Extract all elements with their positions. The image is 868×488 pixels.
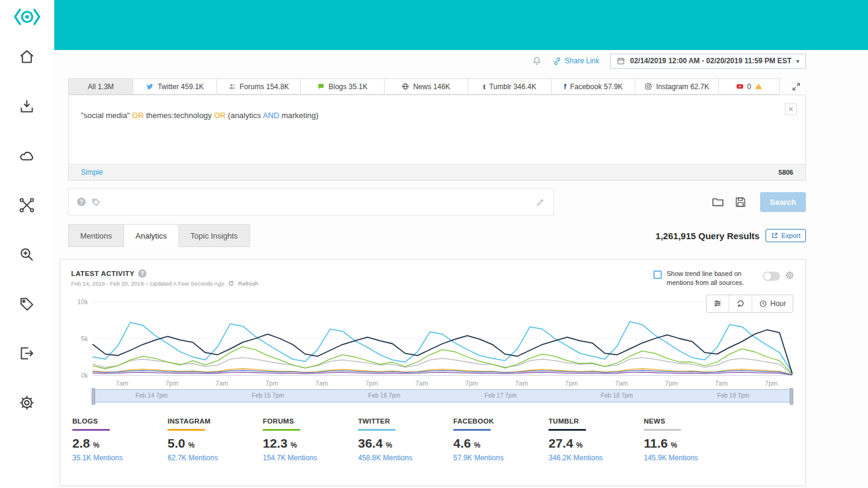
sidebar-item-downloads[interactable] xyxy=(18,97,36,115)
app: Share Link 02/14/2019 12:00 AM - 02/20/2… xyxy=(0,0,868,488)
gear-icon xyxy=(19,395,35,411)
save-icon[interactable] xyxy=(734,196,747,208)
stat-mentions-link[interactable]: 346.2K Mentions xyxy=(549,454,644,462)
sidebar-item-export[interactable] xyxy=(18,344,36,362)
clock-icon xyxy=(759,299,767,308)
calendar-icon xyxy=(617,57,625,65)
share-link[interactable]: Share Link xyxy=(553,57,599,66)
panel-title-block: LATEST ACTIVITY ? Feb 14, 2019 - Feb 20,… xyxy=(71,269,258,287)
cloud-icon xyxy=(19,148,35,164)
close-icon[interactable]: × xyxy=(785,103,797,115)
export-button[interactable]: Export xyxy=(766,229,806,242)
query-editor[interactable]: "social media" OR themes:technology OR (… xyxy=(69,95,805,164)
query-token: (analytics xyxy=(225,111,262,120)
stat-percent: 11.6% xyxy=(644,436,739,451)
results-tabs-row: Mentions Analytics Topic Insights 1,261,… xyxy=(68,224,806,247)
percent-sign: % xyxy=(93,441,99,449)
source-tab-forums[interactable]: Forums 154.8K xyxy=(217,79,301,94)
timeline-brush[interactable]: Feb 14 7pmFeb 15 7pmFeb 16 7pmFeb 17 7pm… xyxy=(93,389,792,402)
query-token: themes:technology xyxy=(144,111,214,120)
chart-filter-sliders-icon[interactable] xyxy=(706,295,729,312)
trend-line-checkbox[interactable] xyxy=(653,271,662,279)
query-mode-toggle[interactable]: Simple xyxy=(81,168,103,177)
refresh-icon[interactable] xyxy=(228,280,234,287)
youtube-icon xyxy=(736,83,744,90)
notifications-bell-icon[interactable] xyxy=(532,56,542,66)
help-icon[interactable]: ? xyxy=(77,198,86,206)
tab-topic-insights[interactable]: Topic Insights xyxy=(178,224,250,247)
brush-label: Feb 15 7pm xyxy=(252,392,284,399)
source-tab-news[interactable]: News 146K xyxy=(385,79,468,94)
brush-handle-right[interactable] xyxy=(790,388,793,405)
series-blogs xyxy=(93,372,792,375)
tab-mentions[interactable]: Mentions xyxy=(68,224,124,247)
export-button-label: Export xyxy=(781,232,800,239)
stat-name: NEWS xyxy=(644,418,739,425)
query-token: OR xyxy=(132,111,144,120)
source-tab-blogs[interactable]: Blogs 35.1K xyxy=(301,79,385,94)
source-tab-tumblr[interactable]: t Tumblr 346.4K xyxy=(468,79,552,94)
source-tab-all[interactable]: All 1.3M xyxy=(69,79,133,94)
saved-search-box[interactable]: ? xyxy=(68,188,554,216)
stat-card-instagram: INSTAGRAM 5.0% 62.7K Mentions xyxy=(168,418,263,462)
help-icon[interactable]: ? xyxy=(138,269,146,278)
source-stats-row: BLOGS 2.8% 35.1K Mentions INSTAGRAM 5.0%… xyxy=(71,418,794,462)
source-tab-facebook[interactable]: f Facebook 57.9K xyxy=(552,79,635,94)
panel-options: Show trend line based on mentions from a… xyxy=(653,269,794,287)
source-filter-row: All 1.3M Twitter 459.1K Forums 154.8K Bl… xyxy=(68,78,806,95)
y-axis-tick: 0k xyxy=(81,372,88,379)
date-range-picker[interactable]: 02/14/2019 12:00 AM - 02/20/2019 11:59 P… xyxy=(610,54,806,69)
stat-percent: 2.8% xyxy=(72,436,168,451)
stat-mentions-link[interactable]: 458.8K Mentions xyxy=(358,454,453,462)
stat-card-blogs: BLOGS 2.8% 35.1K Mentions xyxy=(72,418,168,462)
sidebar-item-search[interactable] xyxy=(18,245,36,263)
brush-label: Feb 17 7pm xyxy=(485,392,517,399)
panel-toggle-switch[interactable] xyxy=(763,272,780,281)
sidebar-item-home[interactable] xyxy=(18,48,36,66)
source-tabs: All 1.3M Twitter 459.1K Forums 154.8K Bl… xyxy=(68,78,780,95)
brush-handle-left[interactable] xyxy=(92,388,95,405)
tag-icon[interactable] xyxy=(92,198,101,207)
results-summary: 1,261,915 Query Results Export xyxy=(656,229,806,242)
tab-analytics[interactable]: Analytics xyxy=(124,224,179,247)
source-tab-instagram[interactable]: Instagram 62.7K xyxy=(635,79,719,94)
stat-mentions-link[interactable]: 62.7K Mentions xyxy=(168,454,263,462)
stat-color-bar xyxy=(263,429,300,431)
stat-percent: 27.4% xyxy=(549,436,644,451)
edit-pencil-icon[interactable] xyxy=(536,198,545,207)
export-icon xyxy=(19,345,35,361)
chart-interval-button[interactable]: Hour xyxy=(752,295,793,312)
chart-history-undo-icon[interactable] xyxy=(729,295,752,312)
stat-mentions-link[interactable]: 145.9K Mentions xyxy=(644,454,739,462)
sidebar-item-connections[interactable] xyxy=(18,196,36,214)
link-icon xyxy=(553,57,562,66)
twitter-icon xyxy=(146,83,154,90)
source-tab-twitter[interactable]: Twitter 459.1K xyxy=(133,79,217,94)
query-token: OR xyxy=(214,111,226,120)
percent-sign: % xyxy=(474,441,480,449)
collapse-expand-icon[interactable] xyxy=(791,82,801,92)
series-tumblr xyxy=(93,330,792,373)
brush-label: Feb 18 7pm xyxy=(601,392,633,399)
x-axis-tick: 7pm xyxy=(665,380,678,387)
sidebar-item-tags[interactable] xyxy=(18,295,36,313)
sidebar-item-settings[interactable] xyxy=(18,393,36,411)
stat-mentions-link[interactable]: 154.7K Mentions xyxy=(263,454,358,462)
activity-line-chart: 10k5k0k7am7pm7am7pm7am7pm7am7pm7am7pm7am… xyxy=(71,296,794,387)
x-axis-tick: 7am xyxy=(615,380,627,387)
stat-mentions-link[interactable]: 35.1K Mentions xyxy=(72,454,168,462)
x-axis-tick: 7am xyxy=(715,380,728,387)
search-button[interactable]: Search xyxy=(760,192,806,212)
x-axis-tick: 7am xyxy=(415,380,428,387)
percent-sign: % xyxy=(386,441,392,449)
panel-settings-gear-icon[interactable] xyxy=(785,271,794,280)
stat-mentions-link[interactable]: 57.9K Mentions xyxy=(453,454,549,462)
refresh-label[interactable]: Refresh xyxy=(238,280,258,287)
stat-name: BLOGS xyxy=(72,418,168,425)
trend-line-label: Show trend line based on mentions from a… xyxy=(667,269,758,287)
source-tab-youtube[interactable]: 0 xyxy=(719,79,779,94)
sidebar-item-cloud[interactable] xyxy=(18,146,36,164)
brand-logo[interactable] xyxy=(13,6,42,30)
open-folder-icon[interactable] xyxy=(711,195,725,208)
brush-label: Feb 16 7pm xyxy=(368,392,400,399)
